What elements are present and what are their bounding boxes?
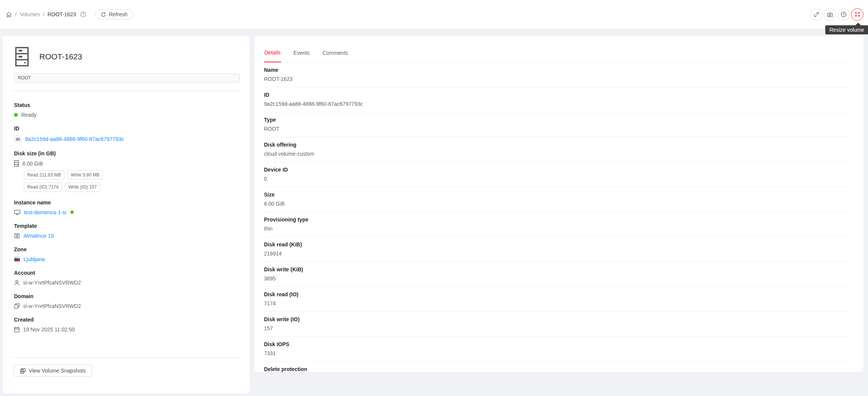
disk-stat-badge: Read 211.83 MB bbox=[24, 170, 64, 179]
disk-badges: Read 211.83 MBWrite 3.80 MBRead (IO) 717… bbox=[24, 170, 111, 192]
zone-section: Zone Ljubljana bbox=[14, 246, 240, 262]
tab-comments[interactable]: Comments bbox=[322, 45, 349, 62]
header-actions bbox=[810, 8, 863, 21]
link-icon bbox=[813, 11, 820, 18]
instance-label: Instance name bbox=[14, 200, 240, 206]
question-circle-icon[interactable] bbox=[80, 11, 87, 18]
instance-running-dot bbox=[70, 210, 74, 214]
volume-icon bbox=[14, 46, 30, 67]
detail-row: Provisioning typethin bbox=[264, 212, 851, 237]
detail-label: Size bbox=[264, 192, 851, 198]
tooltip-text: Resize volume bbox=[829, 27, 864, 33]
detail-row: Size8.00 GiB bbox=[264, 187, 851, 212]
zone-flag-icon bbox=[14, 257, 20, 261]
detail-row: Disk write (IO)157 bbox=[264, 312, 851, 337]
detail-value: ROOT-1623 bbox=[264, 76, 851, 82]
detail-value: thin bbox=[264, 226, 851, 232]
created-section: Created 19 Nov 2025 11:02:50 bbox=[14, 317, 240, 333]
snapshots-grid-icon bbox=[20, 368, 26, 374]
tab-details[interactable]: Details bbox=[264, 45, 281, 62]
template-link[interactable]: Almalinux 10 bbox=[23, 233, 54, 239]
refresh-button[interactable]: Refresh bbox=[95, 9, 133, 19]
detail-value: 216914 bbox=[264, 251, 851, 257]
resize-volume-button[interactable] bbox=[851, 8, 863, 21]
attach-url-button[interactable] bbox=[810, 8, 823, 21]
disk-size-section: Disk size (in GB) 8.00 GiB Read 211.83 M… bbox=[14, 150, 240, 192]
copy-id-button[interactable] bbox=[14, 135, 22, 143]
detail-row: Disk offeringcloud-volume-custom bbox=[264, 137, 851, 162]
tab-events[interactable]: Events bbox=[293, 45, 310, 62]
divider bbox=[11, 91, 241, 91]
template-label: Template bbox=[14, 223, 240, 229]
breadcrumb: / Volumes / ROOT-1623 Refresh bbox=[6, 9, 133, 19]
detail-value: 7174 bbox=[264, 300, 851, 306]
recurring-snapshot-button[interactable] bbox=[837, 8, 850, 21]
account-value: si-w-YnrtPfcaNSVRWD2 bbox=[23, 280, 81, 286]
details-tabs: DetailsEventsComments bbox=[264, 36, 851, 62]
volume-type-tag: ROOT bbox=[14, 74, 240, 82]
detail-value: 157 bbox=[264, 325, 851, 331]
domain-label: Domain bbox=[14, 293, 240, 299]
refresh-label: Refresh bbox=[109, 11, 127, 17]
disk-stat-badge: Write 3.80 MB bbox=[67, 170, 103, 179]
refresh-icon bbox=[101, 12, 106, 17]
barcode-icon bbox=[16, 137, 20, 141]
card-footer: View Volume Snapshots bbox=[14, 357, 240, 377]
zone-label: Zone bbox=[14, 246, 240, 252]
detail-value: ROOT bbox=[264, 126, 851, 132]
detail-label: Type bbox=[264, 117, 851, 123]
volume-id-link[interactable]: 9a2c159d-aa88-4888-9f60-87ac6797793c bbox=[25, 136, 124, 142]
page-content: ROOT-1623 ROOT Status Ready ID bbox=[0, 29, 868, 394]
status-label: Status bbox=[14, 102, 240, 108]
monitor-icon bbox=[14, 209, 20, 215]
detail-row: Delete protectionfalse bbox=[264, 362, 851, 372]
disk-size-value: 8.00 GiB bbox=[22, 161, 43, 167]
details-card: DetailsEventsComments NameROOT-1623ID9a2… bbox=[254, 36, 863, 372]
divider bbox=[11, 357, 241, 358]
account-section: Account si-w-YnrtPfcaNSVRWD2 bbox=[14, 270, 240, 286]
status-section: Status Ready bbox=[14, 102, 240, 118]
domain-value: si-w-YnrtPfcaNSVRWD2 bbox=[23, 303, 81, 309]
account-label: Account bbox=[14, 270, 240, 276]
resize-volume-tooltip: Resize volume bbox=[825, 25, 868, 34]
detail-label: Disk IOPS bbox=[264, 341, 851, 347]
breadcrumb-separator: / bbox=[15, 11, 17, 17]
detail-label: Disk write (KiB) bbox=[264, 266, 851, 272]
take-snapshot-button[interactable] bbox=[824, 8, 836, 21]
top-bar: / Volumes / ROOT-1623 Refresh bbox=[0, 0, 868, 29]
disk-size-label: Disk size (in GB) bbox=[14, 150, 240, 156]
disk-stat-badge: Read (IO) 7174 bbox=[24, 183, 62, 192]
detail-row: Disk read (KiB)216914 bbox=[264, 237, 851, 262]
detail-row: TypeROOT bbox=[264, 112, 851, 137]
detail-label: Device ID bbox=[264, 167, 851, 173]
view-volume-snapshots-label: View Volume Snapshots bbox=[29, 368, 86, 374]
detail-value: 8.00 GiB bbox=[264, 201, 851, 207]
instance-link[interactable]: test-domenca-1-si bbox=[24, 209, 66, 215]
detail-label: Provisioning type bbox=[264, 217, 851, 223]
detail-row: Disk write (KiB)3895 bbox=[264, 262, 851, 287]
detail-label: Name bbox=[264, 67, 851, 73]
detail-label: Disk write (IO) bbox=[264, 316, 851, 322]
template-icon bbox=[14, 233, 20, 239]
breadcrumb-volumes-link[interactable]: Volumes bbox=[20, 11, 40, 17]
status-ready-dot bbox=[14, 113, 18, 117]
detail-value: 7331 bbox=[264, 350, 851, 356]
disk-stat-badge: Write (IO) 157 bbox=[65, 183, 100, 192]
detail-value: 3895 bbox=[264, 275, 851, 282]
id-section: ID 9a2c159d-aa88-4888-9f60-87ac6797793c bbox=[14, 125, 240, 143]
detail-label: Disk read (IO) bbox=[264, 291, 851, 297]
template-section: Template Almalinux 10 bbox=[14, 223, 240, 239]
detail-value: 0 bbox=[264, 176, 851, 182]
detail-row: NameROOT-1623 bbox=[264, 62, 851, 87]
status-value: Ready bbox=[21, 112, 36, 118]
home-icon[interactable] bbox=[6, 11, 12, 18]
domain-block-icon bbox=[14, 303, 20, 309]
detail-value: 9a2c159d-aa88-4888-9f60-87ac6797793c bbox=[264, 101, 851, 107]
zone-link[interactable]: Ljubljana bbox=[23, 256, 45, 262]
detail-label: Delete protection bbox=[264, 366, 851, 372]
detail-row: Device ID0 bbox=[264, 162, 851, 187]
view-volume-snapshots-button[interactable]: View Volume Snapshots bbox=[14, 365, 92, 377]
created-value: 19 Nov 2025 11:02:50 bbox=[23, 326, 75, 333]
detail-value: cloud-volume-custom bbox=[264, 151, 851, 157]
camera-icon bbox=[827, 11, 833, 18]
